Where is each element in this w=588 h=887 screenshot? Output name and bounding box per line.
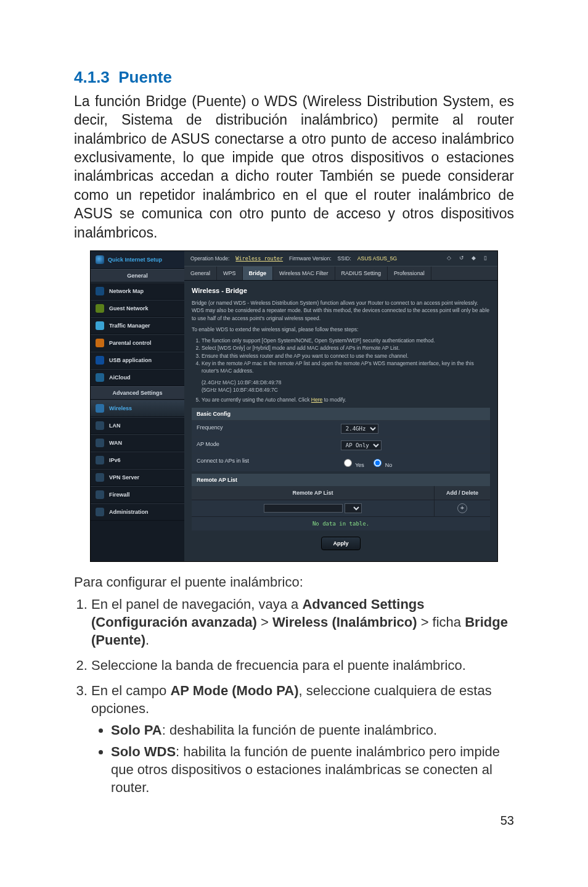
ssid-values: ASUS ASUS_5G: [357, 255, 397, 262]
panel-steps-list: The function only support [Open System/N…: [202, 337, 490, 375]
no-label: No: [385, 462, 393, 468]
panel-step-4: Key in the remote AP mac in the remote A…: [202, 360, 490, 375]
bridge-panel: Wireless - Bridge Bridge (or named WDS -…: [184, 281, 497, 561]
tab-bridge[interactable]: Bridge: [243, 266, 274, 280]
yes-label: Yes: [355, 462, 364, 468]
apply-button[interactable]: Apply: [321, 537, 360, 550]
panel-steps-list-2: You are currently using the Auto channel…: [202, 396, 490, 403]
lan-icon: [96, 421, 104, 430]
sidebar-item-lan[interactable]: LAN: [91, 417, 184, 434]
step3-text-a: En el campo: [91, 683, 170, 698]
opmode-value-link[interactable]: Wireless router: [235, 255, 283, 262]
guest-network-icon: [96, 304, 104, 313]
qis-icon: [96, 255, 104, 264]
sidebar-item-label: USB application: [109, 357, 152, 363]
step-1: En el panel de navegación, vaya a Advanc…: [91, 595, 514, 649]
remote-ap-col-label: Remote AP List: [192, 486, 434, 500]
tab-wps[interactable]: WPS: [217, 266, 243, 280]
ipv6-icon: [96, 456, 104, 464]
frequency-row: Frequency 2.4GHz: [192, 420, 490, 437]
remote-ap-select[interactable]: [345, 503, 362, 513]
traffic-manager-icon: [96, 321, 104, 330]
sidebar-item-ipv6[interactable]: IPv6: [91, 452, 184, 469]
panel-step-5: You are currently using the Auto channel…: [202, 396, 490, 403]
step-3: En el campo AP Mode (Modo PA), seleccion…: [91, 682, 514, 796]
wifi-icon[interactable]: ◆: [472, 255, 479, 262]
page-number: 53: [74, 814, 514, 828]
sidebar-item-usb-application[interactable]: USB application: [91, 352, 184, 369]
sidebar-item-label: WAN: [109, 440, 122, 446]
apmode-row: AP Mode AP Only: [192, 437, 490, 453]
add-ap-button[interactable]: +: [457, 503, 467, 513]
usb-app-icon: [96, 356, 104, 365]
sidebar-item-administration[interactable]: Administration: [91, 503, 184, 521]
sidebar-item-aicloud[interactable]: AiCloud: [91, 369, 184, 386]
option1-text: : deshabilita la función de puente inalá…: [162, 722, 437, 738]
sidebar-section-general: General: [91, 269, 184, 283]
tab-mac-filter[interactable]: Wireless MAC Filter: [273, 266, 335, 280]
wireless-icon: [96, 404, 104, 413]
connect-aps-yes[interactable]: Yes: [341, 462, 364, 468]
configure-steps: En el panel de navegación, vaya a Advanc…: [74, 595, 514, 796]
sidebar-item-wireless[interactable]: Wireless: [91, 400, 184, 417]
remote-ap-mac-input[interactable]: [264, 504, 343, 513]
tab-general[interactable]: General: [184, 266, 217, 280]
remote-ap-list-bar: Remote AP List: [192, 474, 490, 486]
vpn-icon: [96, 473, 104, 482]
frequency-select[interactable]: 2.4GHz: [341, 424, 378, 434]
step3-bold: AP Mode (Modo PA): [170, 683, 298, 698]
sidebar-item-label: Wireless: [109, 405, 132, 411]
panel-step-3: Ensure that this wireless router and the…: [202, 352, 490, 360]
tab-professional[interactable]: Professional: [388, 266, 431, 280]
basic-config-bar: Basic Config: [192, 408, 490, 420]
add-delete-col-label: Add / Delete: [434, 486, 490, 500]
step5-text-b: to modify.: [322, 397, 346, 403]
sidebar-item-firewall[interactable]: Firewall: [91, 486, 184, 503]
remote-ap-input-row: +: [192, 500, 490, 516]
step1-text-a: En el panel de navegación, vaya a: [91, 596, 302, 612]
main-panel: Operation Mode: Wireless router Firmware…: [184, 251, 497, 561]
quick-internet-setup[interactable]: Quick Internet Setup: [91, 251, 184, 269]
connect-aps-no-radio[interactable]: [374, 459, 382, 467]
step1-sep-1: >: [257, 614, 272, 630]
usb-status-icon[interactable]: ▯: [484, 255, 491, 262]
wireless-tabs: General WPS Bridge Wireless MAC Filter R…: [184, 266, 497, 281]
apmode-select[interactable]: AP Only: [341, 440, 382, 450]
tab-radius[interactable]: RADIUS Setting: [335, 266, 388, 280]
section-heading: 4.1.3 Puente: [74, 68, 514, 87]
connect-aps-no[interactable]: No: [370, 462, 392, 468]
sidebar-item-wan[interactable]: WAN: [91, 434, 184, 452]
modify-here-link[interactable]: Here: [311, 397, 322, 403]
network-map-icon: [96, 287, 104, 295]
sidebar-item-label: VPN Server: [109, 474, 139, 481]
panel-step-2: Select [WDS Only] or [Hybrid] mode and a…: [202, 344, 490, 352]
qis-label: Quick Internet Setup: [108, 257, 162, 263]
panel-step-1: The function only support [Open System/N…: [202, 337, 490, 344]
sidebar-item-label: Firewall: [109, 492, 130, 498]
option-solo-pa: Solo PA: deshabilita la función de puent…: [111, 721, 514, 739]
apmode-label: AP Mode: [192, 437, 336, 453]
sidebar-item-label: Traffic Manager: [109, 323, 150, 329]
connect-aps-yes-radio[interactable]: [344, 459, 352, 467]
user-icon[interactable]: ◇: [447, 255, 454, 262]
panel-desc-1: Bridge (or named WDS - Wireless Distribu…: [192, 299, 490, 322]
sidebar-item-guest-network[interactable]: Guest Network: [91, 300, 184, 317]
sidebar-item-traffic-manager[interactable]: Traffic Manager: [91, 317, 184, 334]
option1-bold: Solo PA: [111, 722, 162, 738]
sidebar-item-parental-control[interactable]: Parental control: [91, 334, 184, 352]
sidebar-item-vpn-server[interactable]: VPN Server: [91, 469, 184, 486]
administration-icon: [96, 508, 104, 516]
sidebar-item-label: Guest Network: [109, 305, 149, 311]
sidebar-item-label: Network Map: [109, 288, 144, 294]
step3-options: Solo PA: deshabilita la función de puent…: [91, 721, 514, 796]
mac-5ghz: (5GHz MAC) 10:BF:48:D8:49:7C: [202, 386, 490, 394]
sidebar-item-network-map[interactable]: Network Map: [91, 283, 184, 300]
reboot-icon[interactable]: ↺: [459, 255, 467, 262]
aicloud-icon: [96, 373, 104, 382]
firewall-icon: [96, 490, 104, 499]
opmode-label: Operation Mode:: [190, 255, 229, 262]
connect-aps-row: Connect to APs in list Yes No: [192, 453, 490, 471]
remote-ap-table-header: Remote AP List Add / Delete: [192, 486, 490, 500]
sidebar-section-advanced: Advanced Settings: [91, 386, 184, 400]
router-ui-screenshot: Quick Internet Setup General Network Map…: [90, 250, 498, 562]
